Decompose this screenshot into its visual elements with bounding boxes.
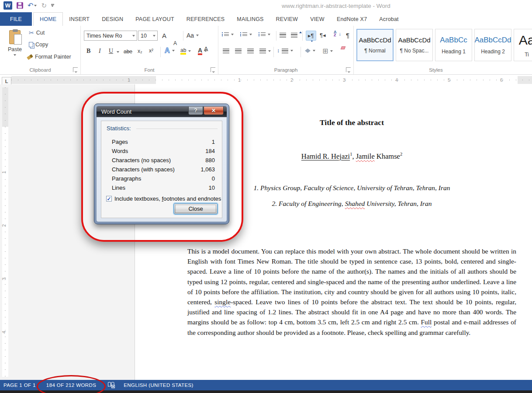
tab-file[interactable]: FILE — [0, 12, 32, 26]
save-icon[interactable] — [17, 2, 23, 9]
tab-view[interactable]: VIEW — [304, 12, 331, 26]
dialog-close-button[interactable]: ✕ — [204, 107, 224, 115]
highlight-icon: ab — [180, 48, 186, 55]
text-effects-button[interactable]: A — [165, 47, 175, 55]
numbering-dropdown-icon[interactable] — [249, 34, 252, 35]
align-right-button[interactable] — [247, 49, 254, 53]
change-case-dropdown-icon[interactable] — [196, 35, 199, 36]
line-spacing-dropdown-icon[interactable] — [290, 50, 293, 52]
change-case-button[interactable]: Aa — [187, 32, 199, 39]
group-clipboard: Paste ✂ Cut Copy Format Painter Clipboar… — [0, 26, 81, 74]
tab-acrobat[interactable]: Acrobat — [373, 12, 404, 26]
subscript-button[interactable]: x₂ — [138, 48, 142, 54]
underline-button[interactable]: U — [109, 48, 113, 55]
checkbox-icon[interactable]: ✓ — [106, 196, 112, 202]
text-effects-dropdown-icon[interactable] — [172, 50, 175, 52]
highlight-dropdown-icon[interactable] — [188, 50, 191, 52]
ltr-text-direction-button[interactable]: ▸¶ — [306, 31, 316, 41]
underline-dropdown-icon[interactable] — [117, 51, 119, 53]
vertical-ruler: 1 2 3 4 — [2, 87, 8, 377]
author-2-superscript: 2 — [400, 152, 402, 157]
customize-qat-button[interactable] — [51, 4, 54, 7]
close-button[interactable]: Close — [174, 203, 218, 214]
clipboard-dialog-launcher-icon[interactable] — [73, 67, 78, 72]
paste-icon — [9, 30, 21, 44]
font-color-button[interactable]: A — [198, 47, 207, 55]
tab-references[interactable]: REFERENCES — [180, 12, 231, 26]
multilevel-dropdown-icon[interactable] — [268, 34, 270, 35]
format-painter-button[interactable]: Format Painter — [27, 54, 71, 60]
borders-dropdown-icon[interactable] — [330, 50, 333, 52]
stat-value: 10 — [209, 184, 215, 194]
undo-dropdown-icon[interactable] — [34, 5, 37, 7]
rtl-text-direction-button[interactable]: ¶◂ — [320, 32, 326, 38]
cut-button[interactable]: ✂ Cut — [29, 29, 45, 36]
check-icon: ✓ — [107, 196, 111, 202]
superscript-button[interactable]: x² — [149, 48, 153, 54]
copy-button[interactable]: Copy — [29, 42, 48, 48]
page-indicator[interactable]: PAGE 1 OF 1 — [3, 383, 36, 388]
ruler-number: 1 — [1, 171, 7, 174]
sort-button[interactable]: AZ ↓ — [334, 31, 341, 37]
numbering-button[interactable] — [240, 32, 252, 37]
style-name: ¶ No Spac... — [400, 48, 429, 54]
redo-icon[interactable]: ↻ — [41, 2, 47, 9]
paste-dropdown-icon[interactable] — [14, 54, 16, 56]
increase-indent-button[interactable] — [291, 33, 297, 38]
font-name-combo[interactable]: Times New Ro — [84, 31, 137, 41]
font-color-dropdown-icon[interactable] — [204, 50, 207, 52]
tab-design[interactable]: DESIGN — [96, 12, 129, 26]
ruler-number: 6 — [500, 77, 503, 83]
style-heading-1[interactable]: AaBbCc Heading 1 — [435, 29, 472, 61]
decrease-indent-icon — [280, 33, 286, 38]
tab-home[interactable]: HOME — [33, 12, 63, 26]
ltr-icon: ▸¶ — [308, 32, 314, 39]
multilevel-list-icon — [259, 32, 266, 37]
proofing-book-icon[interactable] — [107, 382, 115, 389]
decrease-indent-button[interactable] — [280, 33, 286, 38]
borders-button[interactable]: ⊞ — [322, 47, 333, 55]
font-size-combo[interactable]: 10 — [138, 31, 158, 41]
tab-insert[interactable]: INSERT — [63, 12, 96, 26]
strikethrough-button[interactable]: abe — [124, 49, 132, 55]
align-right-icon — [247, 49, 254, 53]
style-title[interactable]: Aa Ti — [514, 29, 532, 61]
font-dialog-launcher-icon[interactable] — [211, 67, 215, 72]
tab-review[interactable]: REVIEW — [270, 12, 304, 26]
shading-button[interactable] — [305, 49, 315, 53]
undo-button[interactable]: ↶ — [28, 2, 37, 9]
title-bar: W ↶ ↻ www.rightman.ir-abstract-template … — [0, 0, 532, 12]
style-name: Heading 2 — [481, 49, 505, 55]
stat-label: Words — [112, 148, 128, 157]
dialog-help-button[interactable]: ? — [188, 107, 203, 115]
font-size-dropdown-icon[interactable] — [153, 35, 155, 37]
font-name-dropdown-icon[interactable] — [132, 35, 135, 37]
italic-button[interactable]: I — [99, 48, 101, 55]
highlight-button[interactable]: ab — [180, 48, 191, 55]
tab-page-layout[interactable]: PAGE LAYOUT — [129, 12, 180, 26]
style-heading-2[interactable]: AaBbCcDd Heading 2 — [474, 29, 511, 61]
paste-button[interactable]: Paste — [3, 28, 26, 70]
bullets-dropdown-icon[interactable] — [231, 34, 234, 35]
bullets-button[interactable] — [222, 32, 234, 37]
style-no-spacing[interactable]: AaBbCcDd ¶ No Spac... — [396, 29, 433, 61]
tab-endnote[interactable]: EndNote X7 — [331, 12, 373, 26]
style-normal[interactable]: AaBbCcDd ¶ Normal — [356, 29, 394, 61]
show-formatting-marks-button[interactable]: ¶ — [346, 31, 349, 39]
ruler-number: 3 — [1, 278, 7, 280]
word-count-indicator[interactable]: 184 OF 212 WORDS — [46, 383, 96, 388]
paragraph-dialog-launcher-icon[interactable] — [346, 67, 351, 72]
align-left-button[interactable] — [223, 49, 229, 53]
language-indicator[interactable]: ENGLISH (UNITED STATES) — [124, 383, 193, 388]
bold-button[interactable]: B — [86, 48, 90, 55]
multilevel-list-button[interactable] — [259, 32, 270, 37]
justify-button[interactable] — [259, 49, 271, 53]
shading-dropdown-icon[interactable] — [313, 50, 315, 52]
align-center-button[interactable] — [235, 49, 242, 53]
include-textboxes-checkbox[interactable]: ✓ Include textboxes, footnotes and endno… — [106, 195, 221, 202]
line-spacing-button[interactable]: ↕ — [277, 48, 293, 54]
tab-mailings[interactable]: MAILINGS — [231, 12, 269, 26]
font-name-value: Times New Ro — [86, 33, 130, 39]
justify-dropdown-icon[interactable] — [268, 50, 271, 52]
authors-line: Hamid R. Hejazi1, Jamile Khamse2 — [187, 152, 516, 161]
